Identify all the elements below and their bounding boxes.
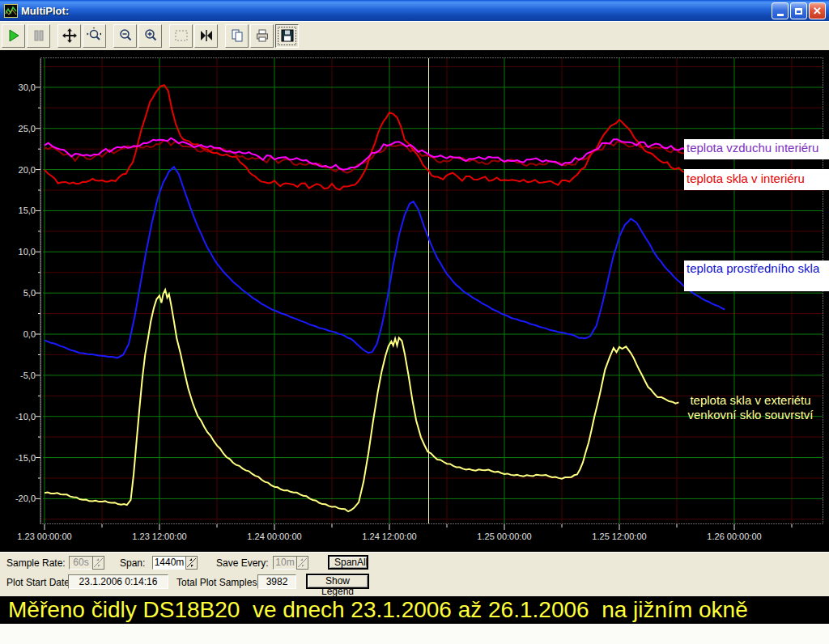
svg-text:1.24 00:00:00: 1.24 00:00:00: [247, 532, 301, 541]
footer-strip: [0, 624, 829, 644]
svg-text:10,0: 10,0: [19, 247, 36, 256]
restore-button[interactable]: [790, 2, 807, 19]
series-1: [45, 85, 687, 189]
sample-rate-field: 60s: [69, 556, 93, 570]
svg-text:5,0: 5,0: [23, 288, 36, 298]
restore-icon: [795, 8, 802, 15]
svg-text:-15,0: -15,0: [15, 453, 36, 463]
span-field[interactable]: 1440m: [152, 556, 186, 570]
svg-text:-5,0: -5,0: [20, 371, 36, 380]
save-every-field: 10m: [273, 556, 297, 570]
curve-label-2: teplota prostředního skla: [684, 261, 829, 291]
axis-ticks: [36, 58, 792, 530]
y-axis-labels: 30,025,020,015,010,05,00,0-5,0-10,0-15,0…: [15, 83, 36, 504]
center-cursor-button[interactable]: [194, 24, 218, 48]
copy-button[interactable]: [225, 24, 249, 48]
print-button[interactable]: [250, 24, 274, 48]
svg-text:25,0: 25,0: [19, 124, 36, 133]
save-every-label: Save Every:: [216, 557, 269, 569]
span-spinner[interactable]: [185, 556, 198, 570]
window-title: MultiPlot:: [21, 5, 69, 17]
svg-text:1.24 12:00:00: 1.24 12:00:00: [362, 532, 416, 541]
minimize-icon: [777, 14, 784, 16]
measurement-banner: Měřeno čidly DS18B20 ve dnech 23.1.2006 …: [0, 596, 829, 624]
svg-text:20,0: 20,0: [19, 165, 36, 175]
svg-text:1.25 00:00:00: 1.25 00:00:00: [477, 532, 531, 541]
save-every-spinner: [296, 556, 308, 570]
zoom-in-button[interactable]: [138, 24, 162, 48]
series-2: [45, 167, 725, 358]
minimize-button[interactable]: [772, 2, 789, 19]
close-icon: ✕: [813, 6, 822, 16]
close-button[interactable]: ✕: [809, 2, 826, 19]
toolbar: [0, 21, 829, 51]
svg-text:1.25 12:00:00: 1.25 12:00:00: [592, 532, 646, 541]
plot-start-field: 23.1.2006 0:14:16: [68, 574, 168, 589]
plot-start-label: Plot Start Date:: [6, 577, 72, 588]
zoom-out-icon: [117, 28, 134, 44]
zoom-magnifier-icon: [87, 28, 103, 44]
plot-section: 30,025,020,015,010,05,00,0-5,0-10,0-15,0…: [0, 50, 829, 552]
total-samples-label: Total Plot Samples:: [176, 577, 260, 588]
curve-label-0: teplota vzduchu interiéru: [684, 139, 829, 159]
svg-text:1.23 12:00:00: 1.23 12:00:00: [132, 532, 186, 541]
series-0: [45, 138, 687, 170]
svg-text:30,0: 30,0: [19, 83, 36, 92]
pause-button[interactable]: [27, 24, 50, 48]
control-panel: Sample Rate: 60s Span: 1440m Save Every:…: [0, 552, 829, 596]
select-region-button[interactable]: [169, 24, 193, 48]
run-button[interactable]: [2, 24, 25, 48]
save-icon: [279, 28, 295, 44]
curve-label-3: teplota skla v exteriétuvenkovní sklo so…: [677, 393, 824, 424]
total-samples-field: 3982: [257, 574, 296, 589]
multiplot-window: MultiPlot: ✕ 30,025,020,015,010,05,00,0-…: [0, 0, 829, 644]
zoom-in-icon: [142, 28, 159, 44]
print-icon: [254, 28, 270, 44]
pan-arrows-icon: [62, 28, 78, 44]
plot-canvas[interactable]: 30,025,020,015,010,05,00,0-5,0-10,0-15,0…: [0, 50, 829, 552]
selection-rect-icon: [173, 28, 189, 44]
curve-label-1: teplota skla v interiéru: [684, 169, 829, 190]
svg-text:0,0: 0,0: [23, 329, 36, 339]
zoom-out-button[interactable]: [113, 24, 137, 48]
x-axis-labels: 1.23 00:00:001.23 12:00:001.24 00:00:001…: [17, 532, 761, 541]
sample-rate-spinner: [92, 556, 104, 570]
svg-text:1.26 00:00:00: 1.26 00:00:00: [707, 532, 761, 541]
svg-text:-10,0: -10,0: [15, 412, 36, 422]
svg-text:-20,0: -20,0: [15, 494, 36, 503]
sample-rate-label: Sample Rate:: [6, 557, 66, 569]
center-cursor-icon: [198, 28, 215, 44]
svg-text:15,0: 15,0: [19, 205, 36, 215]
pause-icon: [31, 28, 47, 44]
pan-button[interactable]: [57, 24, 81, 48]
zoom-tool-button[interactable]: [83, 24, 106, 48]
save-button[interactable]: [275, 24, 299, 48]
svg-text:1.23 00:00:00: 1.23 00:00:00: [17, 532, 71, 541]
span-all-button[interactable]: SpanAll: [328, 555, 368, 570]
span-label: Span:: [120, 557, 145, 569]
copy-icon: [229, 28, 245, 44]
app-icon: [4, 4, 18, 18]
show-legend-button[interactable]: Show Legend: [306, 574, 369, 589]
title-bar[interactable]: MultiPlot: ✕: [0, 0, 829, 21]
play-icon: [6, 28, 22, 44]
